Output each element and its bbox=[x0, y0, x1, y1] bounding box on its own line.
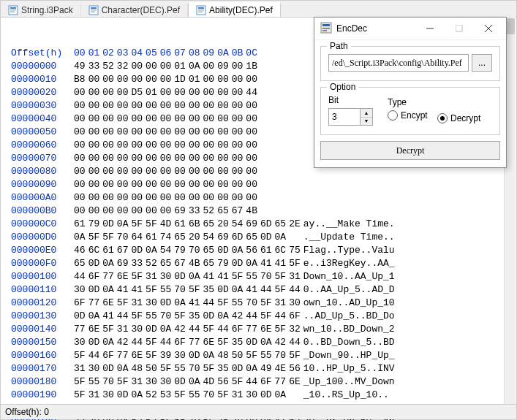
hex-byte[interactable]: 33 bbox=[187, 205, 202, 218]
hex-byte[interactable]: 00 bbox=[101, 73, 116, 86]
hex-byte[interactable]: 77 bbox=[101, 270, 116, 283]
hex-byte[interactable]: 65 bbox=[202, 257, 216, 270]
hex-byte[interactable]: 0A bbox=[101, 336, 116, 349]
hex-byte[interactable]: 5F bbox=[144, 218, 159, 231]
hex-byte[interactable]: 0A bbox=[129, 389, 144, 402]
bit-value[interactable] bbox=[328, 108, 361, 126]
hex-byte[interactable]: 6E bbox=[202, 336, 216, 349]
hex-byte[interactable]: 00 bbox=[173, 139, 187, 152]
tab-1[interactable]: Character(DEC).Pef bbox=[81, 4, 188, 17]
hex-byte[interactable]: 5F bbox=[72, 375, 87, 389]
hex-byte[interactable]: 0A bbox=[216, 310, 230, 323]
hex-byte[interactable]: 00 bbox=[159, 178, 173, 191]
hex-byte[interactable]: 65 bbox=[72, 257, 87, 270]
hex-byte[interactable]: 74 bbox=[159, 231, 173, 244]
hex-byte[interactable]: 69 bbox=[216, 231, 230, 244]
hex-byte[interactable]: 52 bbox=[144, 389, 159, 402]
hex-byte[interactable]: 0A bbox=[244, 257, 259, 270]
hex-byte[interactable]: 00 bbox=[187, 152, 202, 165]
hex-byte[interactable]: 00 bbox=[101, 86, 116, 99]
hex-byte[interactable]: 79 bbox=[173, 244, 187, 257]
hex-byte[interactable]: 44 bbox=[244, 375, 259, 389]
hex-byte[interactable]: 00 bbox=[173, 112, 187, 126]
hex-byte[interactable]: 5F bbox=[87, 231, 102, 244]
hex-byte[interactable]: 00 bbox=[230, 178, 245, 191]
hex-byte[interactable]: 31 bbox=[116, 323, 130, 336]
hex-byte[interactable]: 6F bbox=[173, 336, 187, 349]
hex-byte[interactable]: 6F bbox=[259, 375, 273, 389]
hex-byte[interactable]: 6D bbox=[230, 231, 245, 244]
hex-byte[interactable]: 00 bbox=[202, 191, 216, 205]
hex-byte[interactable]: 00 bbox=[144, 73, 159, 86]
hex-byte[interactable]: 00 bbox=[129, 205, 144, 218]
hex-byte[interactable]: 44 bbox=[72, 270, 87, 283]
hex-byte[interactable]: 33 bbox=[129, 257, 144, 270]
hex-byte[interactable]: 61 bbox=[144, 231, 159, 244]
maximize-button[interactable] bbox=[445, 20, 474, 37]
hex-byte[interactable]: 00 bbox=[129, 73, 144, 86]
hex-byte[interactable]: 00 bbox=[129, 165, 144, 178]
hex-byte[interactable]: 5F bbox=[72, 349, 87, 362]
hex-byte[interactable]: 01 bbox=[173, 60, 187, 73]
hex-byte[interactable]: 41 bbox=[244, 283, 259, 297]
hex-byte[interactable]: 00 bbox=[202, 86, 216, 99]
hex-byte[interactable]: 00 bbox=[244, 112, 259, 126]
hex-byte[interactable]: 00 bbox=[72, 205, 87, 218]
hex-byte[interactable]: 5F bbox=[273, 323, 288, 336]
hex-byte[interactable]: 5F bbox=[244, 349, 259, 362]
hex-byte[interactable]: 00 bbox=[230, 73, 245, 86]
hex-byte[interactable]: 0D bbox=[144, 323, 159, 336]
hex-byte[interactable]: 00 bbox=[72, 99, 87, 112]
hex-byte[interactable]: 00 bbox=[216, 73, 230, 86]
hex-byte[interactable]: 0A bbox=[72, 231, 87, 244]
hex-byte[interactable]: 6E bbox=[101, 297, 116, 310]
hex-byte[interactable]: 00 bbox=[87, 178, 102, 191]
hex-byte[interactable]: 56 bbox=[216, 375, 230, 389]
hex-byte[interactable]: 6E bbox=[259, 323, 273, 336]
hex-byte[interactable]: 5F bbox=[230, 270, 245, 283]
hex-byte[interactable]: 00 bbox=[87, 126, 102, 139]
hex-byte[interactable]: 41 bbox=[129, 283, 144, 297]
hex-row[interactable]: 00000100 446F776E5F31300D0A41415F55705F3… bbox=[10, 270, 396, 283]
hex-byte[interactable]: 00 bbox=[187, 178, 202, 191]
hex-byte[interactable]: 5F bbox=[273, 270, 288, 283]
hex-byte[interactable]: 00 bbox=[144, 191, 159, 205]
hex-byte[interactable]: 00 bbox=[159, 99, 173, 112]
hex-byte[interactable]: 55 bbox=[230, 297, 245, 310]
hex-byte[interactable]: 41 bbox=[187, 297, 202, 310]
hex-byte[interactable]: 00 bbox=[230, 191, 245, 205]
hex-byte[interactable]: 61 bbox=[72, 218, 87, 231]
hex-byte[interactable]: 00 bbox=[216, 191, 230, 205]
hex-byte[interactable]: 00 bbox=[202, 152, 216, 165]
hex-byte[interactable]: 4B bbox=[244, 205, 259, 218]
hex-byte[interactable]: 00 bbox=[216, 165, 230, 178]
hex-byte[interactable]: 00 bbox=[72, 191, 87, 205]
hex-byte[interactable]: 35 bbox=[230, 336, 245, 349]
hex-byte[interactable]: 44 bbox=[244, 310, 259, 323]
hex-byte[interactable]: 0D bbox=[101, 362, 116, 375]
hex-byte[interactable]: 6F bbox=[230, 323, 245, 336]
hex-byte[interactable]: 6C bbox=[87, 244, 102, 257]
hex-byte[interactable]: 00 bbox=[144, 126, 159, 139]
tab-2[interactable]: Ability(DEC).Pef bbox=[188, 2, 281, 17]
hex-byte[interactable]: 44 bbox=[287, 283, 302, 297]
hex-byte[interactable]: 42 bbox=[116, 336, 130, 349]
hex-byte[interactable]: 64 bbox=[129, 231, 144, 244]
hex-row[interactable]: 000000B0 0000000000000069335265674B bbox=[10, 205, 396, 218]
hex-byte[interactable]: 00 bbox=[116, 152, 130, 165]
hex-byte[interactable]: 65 bbox=[216, 205, 230, 218]
hex-byte[interactable]: 00 bbox=[244, 191, 259, 205]
hex-byte[interactable]: 69 bbox=[173, 205, 187, 218]
hex-byte[interactable]: 70 bbox=[187, 362, 202, 375]
hex-byte[interactable]: 00 bbox=[87, 152, 102, 165]
hex-byte[interactable]: 5F bbox=[101, 231, 116, 244]
hex-row[interactable]: 000000F0 650D0A69335265674B65790D0A41415… bbox=[10, 257, 396, 270]
hex-byte[interactable]: 00 bbox=[116, 139, 130, 152]
hex-byte[interactable]: 30 bbox=[244, 389, 259, 402]
hex-byte[interactable]: 5F bbox=[116, 375, 130, 389]
hex-byte[interactable]: 30 bbox=[87, 362, 102, 375]
hex-byte[interactable]: 00 bbox=[87, 99, 102, 112]
hex-byte[interactable]: 00 bbox=[187, 191, 202, 205]
hex-byte[interactable]: 00 bbox=[101, 178, 116, 191]
hex-byte[interactable]: 1B bbox=[244, 60, 259, 73]
